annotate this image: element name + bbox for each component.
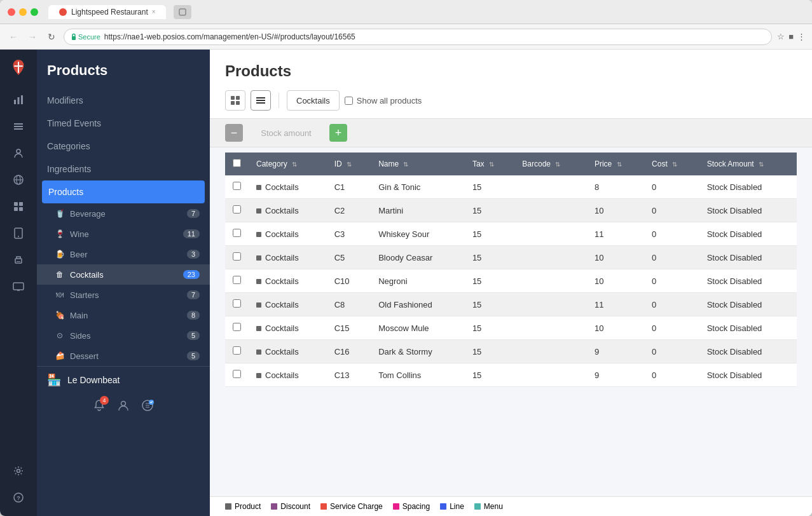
extensions-icon[interactable]: ■: [788, 32, 794, 41]
sidebar-icon-print[interactable]: [6, 248, 31, 272]
show-all-checkbox[interactable]: [345, 97, 353, 105]
row-checkbox[interactable]: [233, 346, 241, 355]
nav-sub-item-cocktails[interactable]: 🗑 Cocktails 23: [37, 264, 210, 285]
nav-item-categories[interactable]: Categories: [37, 135, 210, 158]
cell-price: 8: [587, 175, 644, 199]
row-checkbox[interactable]: [233, 205, 241, 214]
cell-barcode: [514, 246, 587, 269]
col-tax[interactable]: Tax ⇅: [465, 153, 514, 175]
sidebar-icon-menu[interactable]: [6, 114, 31, 139]
forward-button[interactable]: →: [25, 30, 39, 44]
svg-rect-33: [256, 97, 265, 98]
starters-count: 7: [187, 290, 200, 299]
minimize-button[interactable]: [19, 8, 27, 16]
nav-sub-item-beverage[interactable]: 🥤 Beverage 7: [37, 203, 210, 224]
row-checkbox[interactable]: [233, 182, 241, 190]
nav-sub-item-starters-label: Starters: [70, 290, 99, 300]
legend-spacing: Spacing: [393, 502, 430, 511]
cell-tax: 15: [465, 340, 514, 363]
svg-rect-5: [21, 95, 23, 104]
nav-sub-item-starters[interactable]: 🍽 Starters 7: [37, 285, 210, 305]
row-checkbox[interactable]: [233, 370, 241, 378]
nav-item-products-label: Products: [48, 187, 83, 197]
reload-button[interactable]: ↻: [45, 30, 58, 44]
row-checkbox[interactable]: [233, 276, 241, 284]
sidebar-icon-globe[interactable]: [6, 168, 31, 192]
sidebar-icon-display[interactable]: [6, 275, 31, 299]
col-stock[interactable]: Stock Amount ⇅: [699, 153, 797, 175]
filter-cocktails-button[interactable]: Cocktails: [287, 90, 340, 111]
close-button[interactable]: [8, 8, 15, 16]
nav-sub-item-wine[interactable]: 🍷 Wine 11: [37, 224, 210, 244]
sidebar-icon-account[interactable]: [6, 141, 31, 165]
svg-point-23: [17, 470, 20, 473]
nav-item-timed-events[interactable]: Timed Events: [37, 112, 210, 135]
cell-name: Martini: [371, 199, 465, 222]
table-row[interactable]: Cocktails C13 Tom Collins 15 9 0 Stock D…: [225, 363, 797, 387]
table-row[interactable]: Cocktails C15 Moscow Mule 15 10 0 Stock …: [225, 316, 797, 340]
legend-service-charge-label: Service Charge: [330, 502, 383, 511]
col-barcode[interactable]: Barcode ⇅: [514, 153, 587, 175]
col-cost[interactable]: Cost ⇅: [644, 153, 699, 175]
cell-name: Bloody Ceasar: [371, 246, 465, 269]
nav-sub-item-dessert[interactable]: 🍰 Dessert 5: [37, 346, 210, 366]
nav-sub-item-main-label: Main: [70, 311, 88, 320]
svg-text:?: ?: [17, 495, 20, 501]
sidebar-icon-layers[interactable]: [6, 194, 31, 219]
legend-line: Line: [440, 502, 464, 511]
svg-rect-1: [179, 9, 186, 15]
nav-sub-item-main[interactable]: 🍖 Main 8: [37, 305, 210, 325]
stock-minus-button[interactable]: −: [225, 124, 243, 142]
nav-sub-item-sides[interactable]: ⊙ Sides 5: [37, 325, 210, 346]
nav-item-modifiers[interactable]: Modifiers: [37, 89, 210, 112]
sidebar-icon-settings[interactable]: [6, 459, 31, 483]
table-row[interactable]: Cocktails C5 Bloody Ceasar 15 10 0 Stock…: [225, 246, 797, 269]
cell-barcode: [514, 175, 587, 199]
sidebar-icon-tablet[interactable]: [6, 221, 31, 245]
back-button[interactable]: ←: [6, 30, 20, 44]
table-row[interactable]: Cocktails C1 Gin & Tonic 15 8 0 Stock Di…: [225, 175, 797, 199]
tab-close-icon[interactable]: ×: [152, 8, 156, 15]
col-id[interactable]: ID ⇅: [327, 153, 371, 175]
table-row[interactable]: Cocktails C16 Dark & Stormy 15 9 0 Stock…: [225, 340, 797, 363]
addressbar: ← → ↻ Secure https://nae1-web.posios.com…: [0, 24, 812, 50]
browser-tab[interactable]: Lightspeed Restaurant ×: [48, 5, 166, 19]
cell-category: Cocktails: [249, 269, 327, 293]
row-checkbox[interactable]: [233, 299, 241, 308]
fullscreen-button[interactable]: [31, 8, 38, 16]
switch-button[interactable]: [141, 398, 155, 414]
sidebar-icon-chart[interactable]: [6, 88, 31, 112]
row-checkbox[interactable]: [233, 323, 241, 331]
help-icon: ?: [12, 491, 25, 504]
table-row[interactable]: Cocktails C2 Martini 15 10 0 Stock Disab…: [225, 199, 797, 222]
legend-product-dot: [225, 503, 231, 510]
nav-item-products[interactable]: Products: [42, 180, 205, 203]
nav-sub-item-sides-label: Sides: [70, 331, 91, 341]
legend-line-dot: [440, 503, 446, 510]
table-row[interactable]: Cocktails C3 Whiskey Sour 15 11 0 Stock …: [225, 222, 797, 246]
show-all-label[interactable]: Show all products: [345, 96, 422, 105]
sidebar-icon-help[interactable]: ?: [6, 485, 31, 510]
col-name[interactable]: Name ⇅: [371, 153, 465, 175]
cell-id: C2: [327, 199, 371, 222]
table-row[interactable]: Cocktails C8 Old Fashioned 15 11 0 Stock…: [225, 293, 797, 316]
cell-stock: Stock Disabled: [699, 222, 797, 246]
url-bar[interactable]: Secure https://nae1-web.posios.com/manag…: [64, 29, 772, 45]
nav-sub-item-beer[interactable]: 🍺 Beer 3: [37, 244, 210, 264]
list-view-button[interactable]: [251, 90, 271, 111]
table-row[interactable]: Cocktails C10 Negroni 15 10 0 Stock Disa…: [225, 269, 797, 293]
profile-button[interactable]: [116, 398, 130, 414]
nav-item-ingredients[interactable]: Ingredients: [37, 158, 210, 180]
bookmark-icon[interactable]: ☆: [777, 32, 785, 41]
grid-view-button[interactable]: [225, 90, 245, 111]
row-checkbox[interactable]: [233, 229, 241, 237]
stock-plus-button[interactable]: +: [329, 124, 347, 142]
row-checkbox[interactable]: [233, 252, 241, 261]
cell-cost: 0: [644, 199, 699, 222]
col-category[interactable]: Category ⇅: [249, 153, 327, 175]
menu-dots-icon[interactable]: ⋮: [797, 32, 806, 41]
notifications-button[interactable]: 4: [92, 398, 106, 414]
new-tab-button[interactable]: [174, 5, 191, 19]
select-all-checkbox[interactable]: [233, 159, 241, 167]
col-price[interactable]: Price ⇅: [587, 153, 644, 175]
